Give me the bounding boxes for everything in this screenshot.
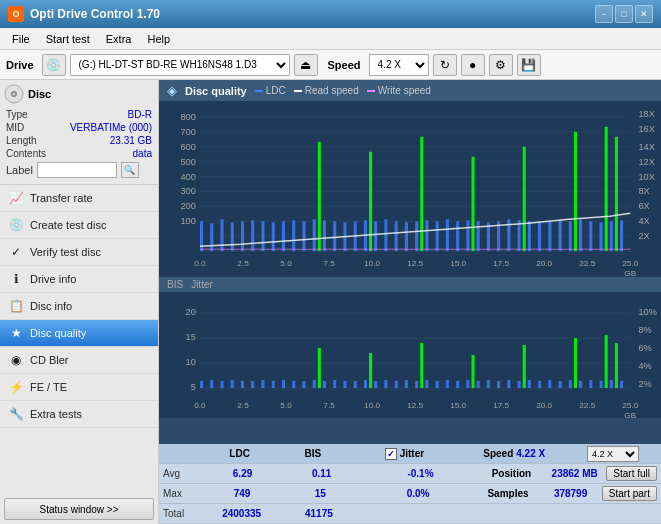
speed-select[interactable]: 4.2 X: [369, 54, 429, 76]
disc-length-value: 23.31 GB: [110, 135, 152, 146]
lower-chart: BIS Jitter 20 15 10 5 10%: [159, 277, 661, 444]
disc-mid-value: VERBATIMe (000): [70, 122, 152, 133]
drive-select[interactable]: (G:) HL-DT-ST BD-RE WH16NS48 1.D3: [70, 54, 290, 76]
upper-chart: 800 700 600 500 400 300 200 100 18X 16X …: [159, 102, 661, 277]
svg-rect-74: [518, 220, 521, 251]
lower-chart-svg: 20 15 10 5 10% 8% 6% 4% 2% 0.0 2.5 5.0 7…: [159, 293, 661, 418]
svg-text:2X: 2X: [638, 231, 649, 241]
nav-disc-quality[interactable]: ★ Disc quality: [0, 320, 158, 347]
max-bis: 15: [281, 488, 359, 499]
svg-rect-136: [374, 381, 377, 388]
svg-rect-92: [615, 137, 618, 251]
svg-rect-88: [471, 157, 474, 251]
svg-text:25.0: 25.0: [622, 401, 638, 410]
svg-rect-155: [569, 380, 572, 388]
nav-drive-info[interactable]: ℹ Drive info: [0, 266, 158, 293]
svg-rect-164: [471, 355, 474, 388]
stats-max-row: Max 749 15 0.0% Samples 378799 Start par…: [159, 484, 661, 504]
nav-transfer-rate-label: Transfer rate: [30, 192, 93, 204]
ldc-col-header: LDC: [203, 448, 276, 459]
maximize-button[interactable]: □: [615, 5, 633, 23]
nav-cd-bler[interactable]: ◉ CD Bler: [0, 347, 158, 374]
svg-rect-129: [302, 381, 305, 388]
nav-disc-info[interactable]: 📋 Disc info: [0, 293, 158, 320]
jitter-label: Jitter: [400, 448, 424, 459]
jitter-checkbox[interactable]: ✓: [385, 448, 397, 460]
svg-point-2: [13, 93, 16, 96]
start-part-button[interactable]: Start part: [602, 486, 657, 501]
nav-extra-tests[interactable]: 🔧 Extra tests: [0, 401, 158, 428]
svg-rect-3: [159, 102, 661, 276]
disc-header: Disc: [4, 84, 154, 104]
disc-btn[interactable]: ●: [461, 54, 485, 76]
svg-rect-159: [610, 380, 613, 388]
svg-rect-126: [272, 381, 275, 388]
total-label: Total: [163, 508, 203, 519]
eject-btn[interactable]: ⏏: [294, 54, 318, 76]
nav-transfer-rate[interactable]: 📈 Transfer rate: [0, 185, 158, 212]
nav-fe-te[interactable]: ⚡ FE / TE: [0, 374, 158, 401]
menu-extra[interactable]: Extra: [98, 31, 140, 47]
drive-icon-btn[interactable]: 💿: [42, 54, 66, 76]
svg-rect-48: [251, 220, 254, 251]
svg-rect-61: [384, 219, 387, 251]
title-bar: O Opti Drive Control 1.70 − □ ✕: [0, 0, 661, 28]
toolbar: Drive 💿 (G:) HL-DT-ST BD-RE WH16NS48 1.D…: [0, 50, 661, 80]
svg-text:25.0: 25.0: [622, 259, 638, 268]
svg-rect-68: [456, 221, 459, 251]
svg-text:20.0: 20.0: [536, 259, 552, 268]
save-btn[interactable]: 💾: [517, 54, 541, 76]
disc-mid-row: MID VERBATIMe (000): [4, 121, 154, 134]
speed-header-label: Speed: [483, 448, 513, 459]
nav-verify-test-disc[interactable]: ✓ Verify test disc: [0, 239, 158, 266]
svg-rect-76: [538, 222, 541, 251]
svg-rect-75: [528, 221, 531, 251]
svg-rect-69: [466, 220, 469, 251]
svg-text:6%: 6%: [638, 343, 651, 353]
svg-text:16X: 16X: [638, 124, 654, 134]
speed-label: Speed: [328, 59, 361, 71]
stats-avg-row: Avg 6.29 0.11 -0.1% Position 23862 MB St…: [159, 464, 661, 484]
svg-rect-47: [241, 221, 244, 251]
svg-rect-151: [528, 380, 531, 388]
start-full-button[interactable]: Start full: [606, 466, 657, 481]
settings-btn[interactable]: ⚙: [489, 54, 513, 76]
svg-rect-53: [302, 221, 305, 251]
avg-label: Avg: [163, 468, 203, 479]
svg-text:8%: 8%: [638, 325, 651, 335]
stats-speed-select[interactable]: 4.2 X: [587, 446, 639, 462]
max-samples-label: Samples: [477, 488, 540, 499]
svg-rect-125: [261, 380, 264, 388]
lower-chart-header: BIS Jitter: [159, 277, 661, 293]
avg-position-label: Position: [480, 468, 543, 479]
menu-file[interactable]: File: [4, 31, 38, 47]
svg-rect-67: [446, 219, 449, 251]
max-label: Max: [163, 488, 203, 499]
label-search-btn[interactable]: 🔍: [121, 162, 139, 178]
svg-rect-161: [318, 348, 321, 388]
avg-bis: 0.11: [282, 468, 361, 479]
cd-bler-icon: ◉: [8, 352, 24, 368]
svg-rect-149: [507, 380, 510, 388]
minimize-button[interactable]: −: [595, 5, 613, 23]
svg-rect-135: [364, 380, 367, 388]
read-speed-legend-label: Read speed: [305, 85, 359, 96]
nav-create-test-disc[interactable]: 💿 Create test disc: [0, 212, 158, 239]
label-input[interactable]: [37, 162, 117, 178]
svg-text:12X: 12X: [638, 157, 654, 167]
svg-text:2%: 2%: [638, 379, 651, 389]
menu-bar: File Start test Extra Help: [0, 28, 661, 50]
menu-start-test[interactable]: Start test: [38, 31, 98, 47]
disc-info-section: Disc Type BD-R MID VERBATIMe (000) Lengt…: [0, 80, 158, 185]
svg-rect-145: [466, 380, 469, 388]
avg-ldc: 6.29: [203, 468, 282, 479]
svg-rect-78: [559, 220, 562, 251]
menu-help[interactable]: Help: [139, 31, 178, 47]
svg-text:10.0: 10.0: [364, 259, 380, 268]
status-window-btn[interactable]: Status window >>: [4, 498, 154, 520]
upper-chart-svg: 800 700 600 500 400 300 200 100 18X 16X …: [159, 102, 661, 276]
close-button[interactable]: ✕: [635, 5, 653, 23]
svg-text:15.0: 15.0: [450, 259, 466, 268]
refresh-btn[interactable]: ↻: [433, 54, 457, 76]
nav-fe-te-label: FE / TE: [30, 381, 67, 393]
